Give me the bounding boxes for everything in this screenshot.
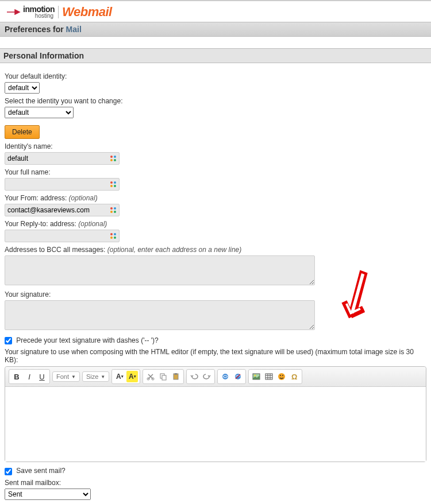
font-dropdown[interactable]: Font▼: [52, 371, 80, 382]
italic-button[interactable]: I: [24, 371, 35, 382]
page-container: inmotion hosting Webmail Preferences for…: [0, 0, 431, 504]
logo-bar: inmotion hosting Webmail: [0, 1, 431, 22]
logo-separator: [58, 6, 59, 18]
keyboard-icon[interactable]: [109, 154, 117, 162]
svg-point-7: [114, 185, 116, 187]
svg-point-25: [255, 375, 256, 377]
size-dropdown[interactable]: Size▼: [82, 371, 109, 382]
svg-point-11: [114, 211, 116, 213]
delete-button[interactable]: Delete: [5, 125, 40, 139]
chevron-down-icon: ▼: [101, 374, 105, 379]
section-personal-info: Personal Information: [0, 48, 431, 63]
copy-button[interactable]: [157, 371, 169, 382]
svg-point-5: [114, 181, 116, 184]
svg-point-9: [114, 207, 116, 210]
highlight-button[interactable]: A▾: [126, 371, 138, 382]
unlink-button[interactable]: [232, 371, 244, 382]
svg-point-14: [110, 237, 113, 239]
svg-rect-21: [175, 373, 177, 375]
identity-name-input[interactable]: [5, 152, 120, 165]
inmotion-logo: inmotion hosting: [7, 6, 55, 18]
svg-point-6: [110, 185, 113, 187]
app-name-link[interactable]: Mail: [66, 25, 82, 34]
sent-mailbox-label: Sent mail mailbox:: [5, 479, 426, 487]
save-sent-label: Save sent mail?: [16, 467, 65, 475]
svg-point-10: [110, 211, 113, 213]
keyboard-icon[interactable]: [109, 232, 117, 240]
cut-button[interactable]: [145, 371, 156, 382]
svg-rect-19: [162, 375, 166, 380]
emoticon-button[interactable]: [276, 371, 287, 382]
underline-button[interactable]: U: [36, 371, 48, 382]
title-prefix: Preferences for: [5, 25, 66, 34]
select-identity-select[interactable]: default: [5, 107, 74, 118]
full-name-label: Your full name:: [5, 168, 426, 176]
svg-point-4: [110, 181, 113, 184]
svg-rect-26: [265, 374, 272, 379]
signature-textarea[interactable]: [5, 300, 315, 330]
paste-button[interactable]: [170, 371, 182, 382]
html-signature-label: Your signature to use when composing wit…: [5, 348, 426, 364]
keyboard-icon[interactable]: [109, 206, 117, 214]
svg-point-2: [110, 159, 113, 161]
logo-arrow-icon: [7, 9, 21, 15]
logo-brand-sub: hosting: [23, 13, 55, 18]
preferences-header: Preferences for Mail: [0, 22, 431, 37]
bcc-label: Addresses to BCC all messages: (optional…: [5, 246, 426, 254]
html-editor: B I U Font▼ Size▼ A▾ A▾: [5, 366, 426, 462]
svg-point-3: [114, 159, 116, 161]
svg-point-8: [110, 207, 113, 210]
bottom-action-bar: Save Undo Changes Show All Preferences G…: [0, 502, 431, 504]
svg-point-12: [110, 233, 113, 235]
chevron-down-icon: ▼: [71, 374, 76, 379]
default-identity-label: Your default identity:: [5, 72, 426, 80]
redo-button[interactable]: [201, 371, 213, 382]
sent-mailbox-select[interactable]: Sent: [5, 489, 91, 500]
svg-point-33: [282, 375, 283, 376]
from-address-label: Your From: address: (optional): [5, 194, 426, 202]
image-button[interactable]: [251, 371, 262, 382]
undo-button[interactable]: [188, 371, 200, 382]
precede-dashes-label: Precede your text signature with dashes …: [16, 336, 158, 344]
editor-body[interactable]: [5, 387, 426, 462]
svg-point-15: [114, 237, 116, 239]
select-identity-label: Select the identity you want to change:: [5, 97, 426, 105]
reply-to-label: Your Reply-to: address: (optional): [5, 220, 426, 228]
bold-button[interactable]: B: [11, 371, 22, 382]
webmail-logo: Webmail: [62, 5, 112, 20]
page-title: Preferences for Mail: [5, 25, 426, 34]
keyboard-icon[interactable]: [109, 180, 117, 188]
table-button[interactable]: [263, 371, 275, 382]
special-char-button[interactable]: Ω: [288, 371, 300, 382]
svg-point-1: [114, 156, 116, 158]
save-sent-checkbox[interactable]: [5, 468, 12, 475]
bcc-textarea[interactable]: [5, 255, 315, 285]
text-color-button[interactable]: A▾: [114, 371, 125, 382]
link-button[interactable]: [220, 371, 231, 382]
default-identity-select[interactable]: default: [5, 82, 40, 94]
svg-point-13: [114, 233, 116, 235]
svg-point-32: [280, 375, 281, 376]
svg-point-0: [110, 156, 113, 158]
from-address-input[interactable]: [5, 204, 120, 216]
full-name-input[interactable]: [5, 178, 120, 191]
identity-name-label: Identity's name:: [5, 142, 426, 150]
reply-to-input[interactable]: [5, 230, 120, 242]
svg-point-31: [278, 373, 285, 380]
logo-brand-main: inmotion: [23, 6, 55, 13]
precede-dashes-checkbox[interactable]: [5, 337, 12, 344]
editor-toolbar: B I U Font▼ Size▼ A▾ A▾: [5, 367, 426, 387]
